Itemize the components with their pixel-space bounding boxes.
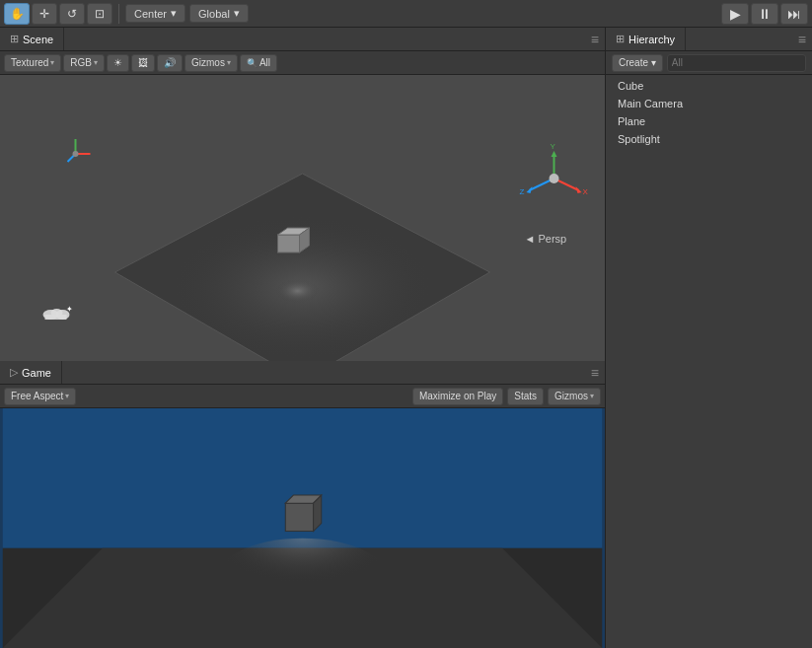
hierarchy-item-plane[interactable]: Plane bbox=[606, 112, 812, 130]
svg-text:◄ Persp: ◄ Persp bbox=[525, 233, 567, 245]
play-button[interactable]: ▶ bbox=[721, 3, 749, 25]
scene-canvas: ✦ Y X Z bbox=[0, 75, 605, 361]
color-arrow: ▾ bbox=[94, 58, 98, 67]
gizmos-label: Gizmos bbox=[191, 57, 225, 68]
right-panel: ⊞ Hierarchy ≡ Create ▾ Cube Main Camera … bbox=[605, 28, 812, 648]
pause-icon: ⏸ bbox=[758, 6, 772, 22]
svg-text:Z: Z bbox=[520, 187, 525, 196]
top-toolbar: ✋ ✛ ↺ ⊡ Center ▾ Global ▾ ▶ ⏸ ⏭ bbox=[0, 0, 812, 28]
game-tab-label: Game bbox=[22, 367, 51, 379]
svg-text:✦: ✦ bbox=[66, 305, 73, 314]
game-gizmos-label: Gizmos bbox=[554, 391, 588, 401]
main-content: ⊞ Scene ≡ Textured ▾ RGB ▾ ☀ 🖼 🔊 bbox=[0, 28, 812, 648]
game-panel-menu[interactable]: ≡ bbox=[585, 365, 605, 381]
chevron-down-icon: ▾ bbox=[171, 7, 177, 20]
hierarchy-search[interactable] bbox=[667, 54, 806, 72]
scale-icon: ⊡ bbox=[95, 7, 105, 21]
shading-button[interactable]: Textured ▾ bbox=[4, 54, 61, 72]
left-panel: ⊞ Scene ≡ Textured ▾ RGB ▾ ☀ 🖼 🔊 bbox=[0, 28, 605, 648]
image-icon: 🖼 bbox=[138, 57, 148, 68]
hierarchy-icon: ⊞ bbox=[616, 33, 625, 45]
scene-tab[interactable]: ⊞ Scene bbox=[0, 28, 64, 50]
pause-button[interactable]: ⏸ bbox=[751, 3, 778, 25]
create-label: Create ▾ bbox=[619, 57, 656, 68]
light-button[interactable]: ☀ bbox=[107, 54, 129, 72]
game-gizmos-arrow: ▾ bbox=[590, 392, 594, 400]
game-tab-bar: ▷ Game ≡ bbox=[0, 361, 605, 385]
play-controls: ▶ ⏸ ⏭ bbox=[721, 3, 808, 25]
aspect-label: Free Aspect bbox=[11, 391, 63, 401]
game-viewport[interactable] bbox=[0, 408, 605, 648]
hierarchy-tab-bar: ⊞ Hierarchy ≡ bbox=[606, 28, 812, 51]
game-toolbar: Free Aspect ▾ Maximize on Play Stats Giz… bbox=[0, 385, 605, 408]
svg-rect-3 bbox=[278, 235, 300, 252]
gizmos-arrow: ▾ bbox=[227, 58, 231, 67]
aspect-arrow: ▾ bbox=[65, 392, 69, 400]
pivot-button[interactable]: Center ▾ bbox=[125, 4, 185, 23]
hand-tool-button[interactable]: ✋ bbox=[4, 3, 30, 25]
game-gizmos-button[interactable]: Gizmos ▾ bbox=[548, 388, 601, 405]
hierarchy-panel-menu[interactable]: ≡ bbox=[792, 32, 812, 47]
all-button[interactable]: 🔍 All bbox=[240, 54, 277, 72]
hierarchy-list: Cube Main Camera Plane Spotlight bbox=[606, 75, 812, 648]
scale-tool-button[interactable]: ⊡ bbox=[87, 3, 112, 25]
hand-icon: ✋ bbox=[10, 7, 25, 21]
stats-label: Stats bbox=[514, 391, 537, 401]
gamepad-icon: ▷ bbox=[10, 366, 18, 379]
step-button[interactable]: ⏭ bbox=[780, 3, 808, 25]
step-icon: ⏭ bbox=[787, 6, 801, 22]
hash-icon: ⊞ bbox=[10, 33, 19, 45]
scene-viewport[interactable]: ✦ Y X Z bbox=[0, 75, 605, 361]
space-label: Global bbox=[198, 8, 230, 20]
hierarchy-item-spotlight[interactable]: Spotlight bbox=[606, 130, 812, 148]
aspect-button[interactable]: Free Aspect ▾ bbox=[4, 388, 76, 405]
hierarchy-tab[interactable]: ⊞ Hierarchy bbox=[606, 28, 686, 50]
game-tab[interactable]: ▷ Game bbox=[0, 361, 62, 384]
image-button[interactable]: 🖼 bbox=[131, 54, 155, 72]
maximize-label: Maximize on Play bbox=[419, 391, 496, 401]
maximize-button[interactable]: Maximize on Play bbox=[412, 388, 503, 405]
rotate-tool-button[interactable]: ↺ bbox=[59, 3, 85, 25]
separator1 bbox=[118, 4, 119, 24]
plane-label: Plane bbox=[618, 115, 645, 127]
rotate-icon: ↺ bbox=[67, 7, 77, 21]
svg-text:X: X bbox=[583, 187, 589, 196]
search-icon: 🔍 bbox=[247, 58, 258, 68]
audio-icon: 🔊 bbox=[164, 57, 176, 68]
color-button[interactable]: RGB ▾ bbox=[63, 54, 105, 72]
scene-toolbar: Textured ▾ RGB ▾ ☀ 🖼 🔊 Gizmos ▾ 🔍 bbox=[0, 51, 605, 75]
audio-button[interactable]: 🔊 bbox=[157, 54, 183, 72]
stats-button[interactable]: Stats bbox=[507, 388, 544, 405]
transform-tools: ✋ ✛ ↺ ⊡ bbox=[4, 3, 112, 25]
svg-text:Y: Y bbox=[551, 142, 556, 151]
pivot-label: Center bbox=[134, 8, 167, 20]
scene-panel-menu[interactable]: ≡ bbox=[585, 32, 605, 47]
color-label: RGB bbox=[70, 57, 92, 68]
svg-rect-31 bbox=[285, 503, 313, 531]
game-canvas bbox=[0, 408, 605, 648]
shading-arrow: ▾ bbox=[50, 58, 54, 67]
hierarchy-toolbar: Create ▾ bbox=[606, 51, 812, 75]
sun-icon: ☀ bbox=[113, 57, 122, 68]
svg-point-10 bbox=[73, 151, 79, 157]
svg-point-6 bbox=[244, 252, 352, 312]
svg-point-30 bbox=[212, 539, 392, 628]
hierarchy-item-main-camera[interactable]: Main Camera bbox=[606, 95, 812, 112]
svg-rect-14 bbox=[45, 315, 67, 320]
chevron-down-icon2: ▾ bbox=[234, 7, 240, 20]
all-label: All bbox=[259, 57, 270, 68]
scene-tab-label: Scene bbox=[23, 34, 53, 45]
spotlight-label: Spotlight bbox=[618, 133, 660, 145]
cube-label: Cube bbox=[618, 80, 643, 92]
svg-point-25 bbox=[550, 174, 559, 183]
scene-tab-bar: ⊞ Scene ≡ bbox=[0, 28, 605, 51]
move-icon: ✛ bbox=[39, 7, 49, 21]
hierarchy-tab-label: Hierarchy bbox=[628, 34, 675, 45]
space-button[interactable]: Global ▾ bbox=[189, 4, 249, 23]
play-icon: ▶ bbox=[730, 6, 741, 22]
gizmos-button[interactable]: Gizmos ▾ bbox=[185, 54, 238, 72]
hierarchy-item-cube[interactable]: Cube bbox=[606, 77, 812, 95]
move-tool-button[interactable]: ✛ bbox=[32, 3, 57, 25]
create-button[interactable]: Create ▾ bbox=[612, 54, 663, 72]
shading-label: Textured bbox=[11, 57, 48, 68]
